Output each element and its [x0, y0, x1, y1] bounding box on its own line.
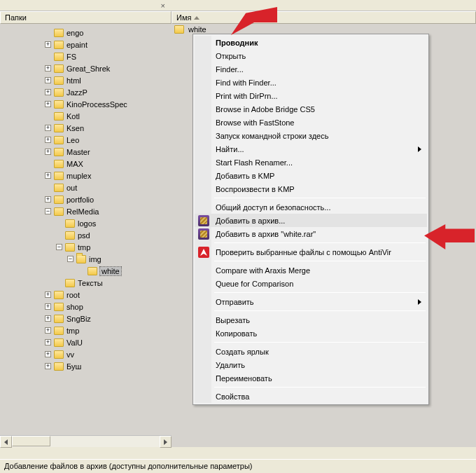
context-menu-item-browse-with-faststone[interactable]: Browse with FastStone — [195, 116, 427, 129]
expand-icon[interactable]: + — [45, 172, 51, 179]
tree-item-ksen[interactable]: +Ksen — [0, 122, 172, 134]
context-menu-item-переименовать[interactable]: Переименовать — [195, 371, 427, 385]
tree-item-label: MAX — [66, 160, 83, 168]
context-menu-item-создать-ярлык[interactable]: Создать ярлык — [195, 345, 427, 358]
context-menu-item-start-flash-renamer[interactable]: Start Flash Renamer... — [195, 156, 427, 169]
tree-item-leo[interactable]: +Leo — [0, 134, 172, 146]
expand-icon[interactable]: + — [45, 65, 51, 71]
context-menu-item-добавить-в-архив-white-rar[interactable]: Добавить в архив "white.rar" — [195, 227, 427, 240]
expand-icon[interactable]: + — [45, 101, 51, 107]
context-menu-item-label: Проводник — [216, 39, 258, 47]
expand-icon[interactable]: + — [45, 327, 51, 334]
expand-icon[interactable]: + — [45, 77, 51, 83]
tree-item-great-shrek[interactable]: +Great_Shrek — [0, 62, 172, 74]
tree-item-muplex[interactable]: +muplex — [0, 170, 172, 181]
collapse-icon[interactable]: − — [45, 208, 51, 214]
tree-item-master[interactable]: +Master — [0, 146, 172, 158]
context-menu-item-найти[interactable]: Найти... — [195, 142, 427, 156]
expand-icon[interactable]: + — [45, 125, 51, 131]
arrow-left-icon — [4, 439, 8, 445]
tree-item-relmedia[interactable]: −RelMedia — [0, 205, 172, 217]
context-menu-separator — [214, 261, 426, 261]
context-menu-item-queue-for-comparison[interactable]: Queue for Comparison — [195, 277, 427, 290]
tree-item-portfolio[interactable]: +portfolio — [0, 193, 172, 205]
tree-item-shop[interactable]: +shop — [0, 301, 172, 313]
tree-item-engo[interactable]: engo — [0, 27, 172, 39]
tree-item-jazzp[interactable]: +JazzP — [0, 86, 172, 98]
tree-item-tmp[interactable]: +tmp — [0, 324, 172, 336]
tree-item-max[interactable]: MAX — [0, 158, 172, 170]
tree-item-img[interactable]: −img — [0, 253, 172, 265]
tree-item-html[interactable]: +html — [0, 74, 172, 86]
tree-item-label: SngBiz — [66, 315, 91, 323]
context-menu-item-воспроизвести-в-kmp[interactable]: Воспроизвести в KMP — [195, 182, 427, 196]
close-icon[interactable]: × — [161, 1, 165, 10]
context-menu-item-общий-доступ-и-безопасность[interactable]: Общий доступ и безопасность... — [195, 200, 427, 214]
context-menu-item-добавить-в-архив[interactable]: Добавить в архив... — [195, 214, 427, 227]
expand-icon[interactable]: + — [45, 137, 51, 143]
expand-icon[interactable]: + — [45, 339, 51, 345]
name-column-header[interactable]: Имя — [172, 11, 476, 24]
tree-item--[interactable]: Тексты — [0, 277, 172, 289]
expand-icon[interactable]: + — [45, 351, 51, 357]
expand-icon[interactable]: + — [45, 149, 51, 155]
tree-item-fs[interactable]: FS — [0, 50, 172, 62]
context-menu-item-свойства[interactable]: Свойства — [195, 390, 427, 403]
context-menu-item-отправить[interactable]: Отправить — [195, 295, 427, 308]
tree-horizontal-scrollbar[interactable] — [0, 435, 172, 447]
folder-icon — [65, 231, 75, 240]
tree-item-kotl[interactable]: Kotl — [0, 110, 172, 122]
folder-tree-panel: engo+epaintFS+Great_Shrek+html+JazzP+Kin… — [0, 24, 172, 447]
context-menu-item-проводник[interactable]: Проводник — [195, 36, 427, 49]
tree-item-white[interactable]: white — [0, 265, 172, 277]
expand-icon[interactable]: + — [45, 292, 51, 298]
tree-item-valu[interactable]: +ValU — [0, 336, 172, 348]
tree-expander-placeholder — [56, 220, 62, 226]
context-menu-item-копировать[interactable]: Копировать — [195, 327, 427, 340]
expand-icon[interactable]: + — [45, 41, 51, 48]
context-menu[interactable]: ПроводникОткрытьFinder...Find with Finde… — [192, 34, 429, 405]
tree-expander-placeholder — [45, 53, 51, 60]
tree-item-logos[interactable]: logos — [0, 217, 172, 229]
expand-icon[interactable]: + — [45, 303, 51, 310]
status-bar: Добавление файлов в архив (доступны допо… — [0, 459, 476, 473]
folder-icon — [54, 362, 64, 371]
expand-icon[interactable]: + — [45, 315, 51, 322]
folders-header[interactable]: Папки — [0, 11, 172, 24]
scroll-left-button[interactable] — [0, 436, 12, 448]
tree-item-epaint[interactable]: +epaint — [0, 39, 172, 50]
tree-item--[interactable]: +Буш — [0, 360, 172, 372]
context-menu-item-finder[interactable]: Finder... — [195, 62, 427, 76]
tree-item-psd[interactable]: psd — [0, 229, 172, 241]
expand-icon[interactable]: + — [45, 196, 51, 203]
tree-item-label: Leo — [66, 136, 79, 144]
tree-item-label: white — [100, 267, 121, 275]
context-menu-item-запуск-командной-строки-здесь[interactable]: Запуск командной строки здесь — [195, 129, 427, 142]
tree-item-tmp[interactable]: −tmp — [0, 241, 172, 253]
collapse-icon[interactable]: − — [67, 256, 74, 262]
scroll-thumb[interactable] — [12, 436, 50, 446]
tree-expander-placeholder — [45, 29, 51, 36]
arrow-right-icon — [164, 439, 167, 445]
folder-tree[interactable]: engo+epaintFS+Great_Shrek+html+JazzP+Kin… — [0, 24, 172, 372]
scroll-track[interactable] — [12, 436, 160, 447]
expand-icon[interactable]: + — [45, 363, 51, 369]
context-menu-item-открыть[interactable]: Открыть — [195, 49, 427, 62]
context-menu-item-compare-with-araxis-merge[interactable]: Compare with Araxis Merge — [195, 263, 427, 277]
tree-item-kinoprocessspec[interactable]: +KinoProcessSpec — [0, 98, 172, 110]
tree-item-out[interactable]: out — [0, 181, 172, 193]
scroll-right-button[interactable] — [160, 436, 172, 448]
context-menu-item-find-with-finder[interactable]: Find with Finder... — [195, 76, 427, 89]
context-menu-item-вырезать[interactable]: Вырезать — [195, 313, 427, 327]
context-menu-item-добавить-в-kmp[interactable]: Добавить в KMP — [195, 169, 427, 182]
context-menu-item-browse-in-adobe-bridge-cs5[interactable]: Browse in Adobe Bridge CS5 — [195, 102, 427, 116]
submenu-arrow-icon — [418, 146, 421, 152]
tree-item-root[interactable]: +root — [0, 289, 172, 301]
collapse-icon[interactable]: − — [56, 244, 62, 250]
tree-item-vv[interactable]: +vv — [0, 348, 172, 360]
expand-icon[interactable]: + — [45, 89, 51, 95]
context-menu-item-проверить-выбранные-файлы-с-помощью-antivir[interactable]: Проверить выбранные файлы с помощью Anti… — [195, 245, 427, 259]
context-menu-item-удалить[interactable]: Удалить — [195, 358, 427, 371]
tree-item-sngbiz[interactable]: +SngBiz — [0, 313, 172, 324]
context-menu-item-print-with-dirprn[interactable]: Print with DirPrn... — [195, 89, 427, 102]
